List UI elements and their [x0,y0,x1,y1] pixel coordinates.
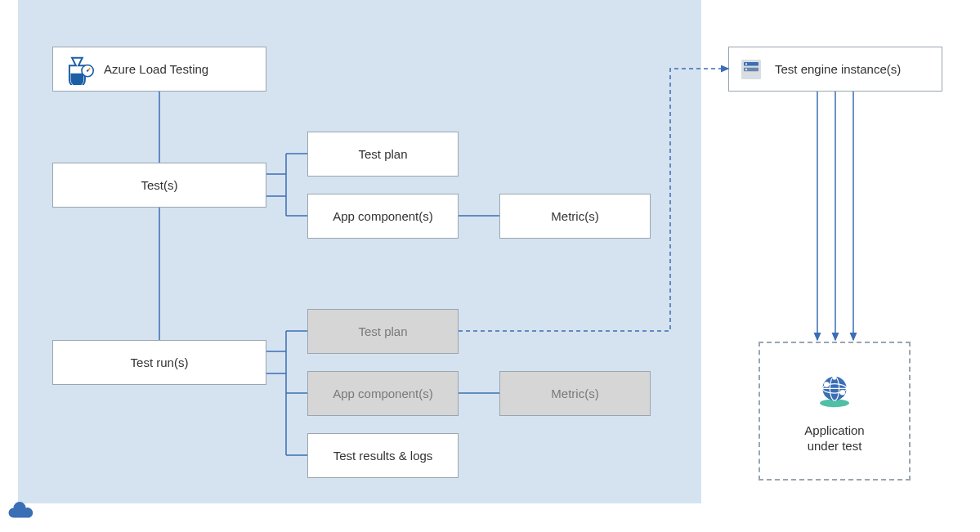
node-metrics-snapshot: Metric(s) [499,371,651,416]
node-label-group: Application under test [804,422,864,454]
svg-point-13 [824,382,830,387]
node-label: Test engine instance(s) [775,61,901,78]
node-test-plan-snapshot: Test plan [307,309,459,354]
node-label: App component(s) [333,386,433,402]
node-test-results: Test results & logs [307,433,459,478]
node-label: Azure Load Testing [104,61,208,78]
node-app-components-snapshot: App component(s) [307,371,459,416]
node-azure-load-testing: Azure Load Testing [52,47,266,92]
svg-point-15 [833,375,837,379]
svg-point-2 [87,69,88,71]
node-label: Test run(s) [131,355,189,371]
node-label: Metric(s) [551,386,598,402]
svg-point-7 [745,68,747,69]
load-testing-icon [63,54,94,85]
node-label: Metric(s) [551,208,598,225]
node-test-engine: Test engine instance(s) [728,47,942,92]
node-tests: Test(s) [52,163,266,208]
node-app-components: App component(s) [307,194,459,239]
server-icon [739,57,763,82]
web-app-icon [813,369,856,411]
node-application-under-test: Application under test [758,342,911,481]
node-label-line2: under test [804,438,864,454]
node-label: Test plan [358,324,407,340]
node-label: App component(s) [333,208,433,225]
diagram-canvas: Azure Load Testing Test(s) Test plan App… [0,0,980,532]
node-test-plan: Test plan [307,132,459,177]
cloud-icon [5,502,34,521]
node-label: Test(s) [141,177,178,194]
node-label: Test plan [358,146,407,163]
node-metrics: Metric(s) [499,194,651,239]
node-label-line1: Application [804,422,864,439]
node-test-runs: Test run(s) [52,340,266,385]
node-label: Test results & logs [333,448,433,464]
svg-point-14 [840,390,846,396]
svg-point-6 [745,63,747,65]
